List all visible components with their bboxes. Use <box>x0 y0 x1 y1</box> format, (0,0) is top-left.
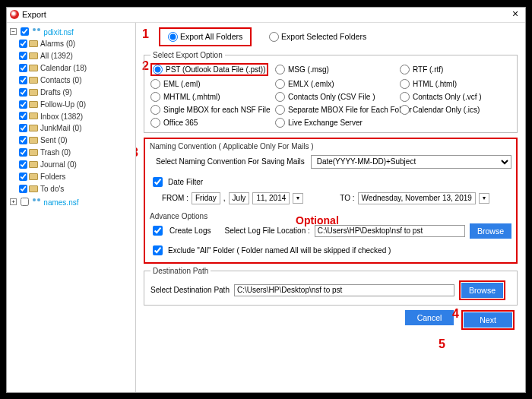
radio-scope-selected[interactable] <box>269 32 279 42</box>
dialog-title: Export <box>22 10 508 19</box>
from-dom[interactable]: 11, 2014 <box>252 192 290 204</box>
next-button[interactable]: Next <box>464 312 512 328</box>
folder-icon <box>29 52 38 59</box>
tree-check[interactable] <box>19 185 27 193</box>
tree-check[interactable] <box>19 100 27 109</box>
tree-check-root1[interactable] <box>21 27 29 36</box>
advance-legend: Advance Options <box>150 212 511 220</box>
from-month[interactable]: July <box>229 192 250 204</box>
tree-item[interactable]: Trash (0) <box>40 148 71 157</box>
tree-check[interactable] <box>19 64 27 72</box>
tree-check-root2[interactable] <box>21 198 29 206</box>
exclude-all-label: Exclude "All" Folder ( Folder named All … <box>168 246 391 255</box>
tree-item[interactable]: To do's <box>40 185 64 193</box>
tree-item[interactable]: Sent (0) <box>40 136 68 144</box>
destination-input[interactable] <box>234 284 454 296</box>
tree-item[interactable]: Journal (0) <box>40 160 77 169</box>
folder-tree[interactable]: − pdixit.nsf Alarms (0) All (1392) Calen… <box>7 23 136 392</box>
calendar-icon[interactable]: ▾ <box>293 193 303 204</box>
radio-singlembox[interactable] <box>150 105 160 115</box>
to-label: TO : <box>340 194 354 202</box>
from-day[interactable]: Friday <box>192 192 220 204</box>
browse-dest-button[interactable]: Browse <box>461 283 503 298</box>
radio-eml[interactable] <box>150 79 160 89</box>
titlebar: Export × <box>7 8 525 23</box>
destination-label: Select Destination Path <box>150 286 230 294</box>
browse-log-button[interactable]: Browse <box>470 223 511 239</box>
tree-check[interactable] <box>19 88 27 97</box>
browse-dest-box: Browse <box>459 280 505 300</box>
tree-item[interactable]: Follow-Up (0) <box>40 100 86 109</box>
calendar-icon[interactable]: ▾ <box>479 193 489 204</box>
folder-icon <box>29 89 38 96</box>
tree-item[interactable]: Folders <box>40 173 65 181</box>
to-date[interactable]: Wednesday, November 13, 2019 <box>358 192 476 204</box>
fmt-singlembox-label: Single MBOX for each NSF File <box>163 106 271 114</box>
radio-mhtml[interactable] <box>150 92 160 102</box>
fmt-live-label: Live Exchange Server <box>288 119 363 127</box>
fmt-eml-label: EML (.eml) <box>163 80 201 88</box>
tree-item[interactable]: Drafts (9) <box>40 88 72 97</box>
right-pane: 1 2 3 Optional 4 5 Export All Folders Ex… <box>136 23 525 392</box>
folder-icon <box>29 65 38 71</box>
tree-item[interactable]: Inbox (1382) <box>40 112 83 120</box>
folder-icon <box>29 161 38 168</box>
log-path-input[interactable] <box>315 225 465 237</box>
radio-pst[interactable] <box>153 65 163 74</box>
radio-scope-all[interactable] <box>168 32 178 42</box>
radio-ics[interactable] <box>400 105 410 115</box>
tree-check[interactable] <box>19 124 27 132</box>
optional-red-box: Naming Convention ( Applicable Only For … <box>144 138 518 264</box>
tree-check[interactable] <box>19 148 27 157</box>
scope-all-label: Export All Folders <box>180 32 242 41</box>
radio-msg[interactable] <box>275 65 285 74</box>
tree-check[interactable] <box>19 76 27 84</box>
tree-check[interactable] <box>19 136 27 144</box>
fmt-pst-label: PST (Outlook Data File (.pst)) <box>166 65 266 74</box>
fmt-ics-label: Calendar Only (.ics) <box>413 106 480 114</box>
folder-icon <box>29 112 38 119</box>
radio-o365[interactable] <box>150 118 160 128</box>
fmt-sepmbox-label: Separate MBOX File for Each Folder <box>288 106 412 114</box>
folder-icon <box>29 149 38 156</box>
radio-csv[interactable] <box>275 92 285 102</box>
exclude-all-check[interactable] <box>153 245 163 255</box>
fmt-csv-label: Contacts Only (CSV File ) <box>288 93 375 101</box>
tree-root2[interactable]: names.nsf <box>43 198 78 206</box>
close-icon[interactable]: × <box>508 8 522 21</box>
radio-sepmbox[interactable] <box>275 105 285 115</box>
naming-select[interactable]: Date(YYYY-MM-DD)+Subject <box>311 155 511 169</box>
next-box: Next <box>461 310 515 330</box>
folder-icon <box>29 77 38 84</box>
nsf-icon <box>33 28 40 36</box>
tree-item[interactable]: Contacts (0) <box>40 76 81 84</box>
tree-item[interactable]: All (1392) <box>40 52 73 60</box>
tree-check[interactable] <box>19 112 27 120</box>
tree-root1[interactable]: pdixit.nsf <box>43 27 73 36</box>
radio-rtf[interactable] <box>400 65 410 74</box>
cancel-button[interactable]: Cancel <box>405 310 454 325</box>
tree-item[interactable]: Calendar (18) <box>40 64 87 72</box>
date-filter-check[interactable] <box>153 177 163 187</box>
app-icon <box>10 10 19 19</box>
scope-all-box: Export All Folders <box>159 27 252 46</box>
log-location-label: Select Log File Location : <box>224 226 309 235</box>
folder-icon <box>29 125 38 131</box>
radio-emlx[interactable] <box>275 79 285 89</box>
tree-item[interactable]: JunkMail (0) <box>40 124 81 132</box>
tree-check[interactable] <box>19 40 27 48</box>
expander-icon[interactable]: + <box>10 198 17 205</box>
tree-check[interactable] <box>19 173 27 181</box>
fmt-o365-label: Office 365 <box>163 119 198 127</box>
radio-vcf[interactable] <box>400 92 410 102</box>
naming-legend: Naming Convention ( Applicable Only For … <box>150 142 511 150</box>
tree-check[interactable] <box>19 52 27 60</box>
radio-html[interactable] <box>400 79 410 89</box>
from-label: FROM : <box>162 194 188 202</box>
create-logs-check[interactable] <box>153 226 163 236</box>
expander-icon[interactable]: − <box>10 28 17 35</box>
tree-check[interactable] <box>19 160 27 169</box>
radio-live[interactable] <box>275 118 285 128</box>
export-option-fieldset: Select Export Option PST (Outlook Data F… <box>144 51 518 133</box>
tree-item[interactable]: Alarms (0) <box>40 40 75 48</box>
